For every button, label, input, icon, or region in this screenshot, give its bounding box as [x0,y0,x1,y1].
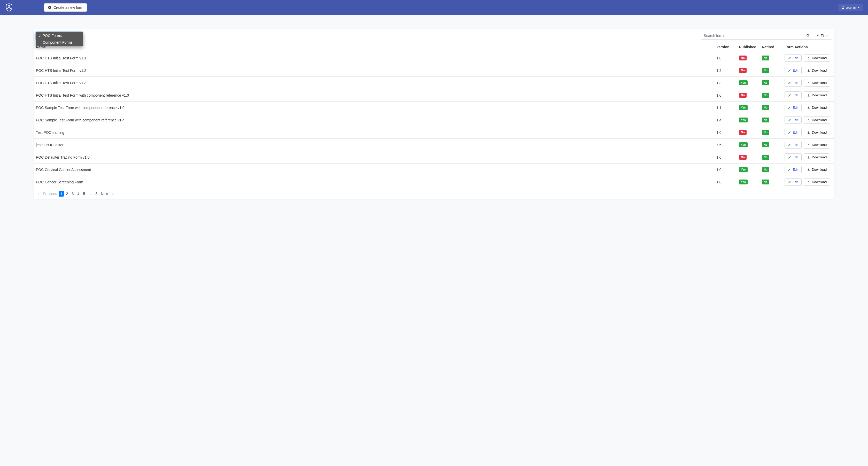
edit-button[interactable]: Edit [784,91,802,99]
svg-rect-14 [808,183,810,183]
download-button[interactable]: Download [804,79,830,87]
svg-rect-11 [808,146,810,146]
page-number[interactable]: 2 [64,191,69,196]
page-prev: Previous [41,191,58,196]
create-form-button[interactable]: Create a new form [44,3,87,11]
page-next[interactable]: Next [99,191,110,196]
cell-name: POC HTS Initial Test Form with component… [34,89,714,101]
cell-version: 1.0 [714,151,737,163]
published-badge: No [739,56,747,60]
page-ellipsis: … [87,191,93,196]
dropdown-item[interactable]: ✓Component Forms [36,39,83,46]
download-icon [807,168,810,171]
download-label: Download [812,106,827,110]
cell-version: 1.0 [714,176,737,188]
user-label: admin [846,5,856,9]
table-row: POC HTS Initial Test Form v1.31.3YesNoEd… [34,77,834,89]
download-icon [807,181,810,184]
edit-label: Edit [793,106,798,110]
edit-button[interactable]: Edit [784,79,802,87]
download-button[interactable]: Download [804,116,830,124]
download-icon [807,119,810,122]
cell-name: POC HTS Initial Test Form v1.1 [34,52,714,64]
filter-icon [816,34,819,37]
download-button[interactable]: Download [804,91,830,99]
user-menu[interactable]: admin [838,4,863,11]
pagination: «Previous12345…8Next» [34,188,834,199]
cell-version: 1.0 [714,52,737,64]
download-button[interactable]: Download [804,129,830,136]
page-number[interactable]: 5 [82,191,87,196]
download-button[interactable]: Download [804,178,830,186]
edit-button[interactable]: Edit [784,166,802,173]
download-icon [807,81,810,85]
dropdown-menu: ✓POC Forms✓Component Forms [36,32,83,46]
cell-version: 1.3 [714,77,737,89]
published-badge: No [739,68,747,73]
search-button[interactable] [803,32,813,39]
edit-label: Edit [793,118,798,122]
table-row: POC HTS Initial Test Form v1.11.0NoNoEdi… [34,52,834,64]
download-button[interactable]: Download [804,54,830,62]
edit-button[interactable]: Edit [784,153,802,161]
col-version: Version [714,42,737,52]
pencil-icon [788,131,791,134]
page-number[interactable]: 8 [94,191,99,196]
edit-label: Edit [793,155,798,159]
published-badge: No [739,93,747,98]
download-button[interactable]: Download [804,166,830,173]
download-icon [807,131,810,134]
download-label: Download [812,56,827,60]
cell-version: 1.0 [714,89,737,101]
cell-name: jester POC jester [34,139,714,151]
cell-name: POC Cervical Cancer Assessment [34,163,714,176]
download-label: Download [812,155,827,159]
pencil-icon [788,106,791,109]
download-button[interactable]: Download [804,141,830,149]
published-badge: Yes [739,80,748,85]
topbar: Create a new form admin [0,0,868,15]
edit-button[interactable]: Edit [784,178,802,186]
table-row: POC HTS Initial Test Form with component… [34,89,834,101]
retired-badge: No [762,155,769,160]
search-input[interactable] [701,32,803,39]
edit-label: Edit [793,130,798,134]
download-button[interactable]: Download [804,67,830,74]
published-badge: Yes [739,118,748,122]
download-icon [807,106,810,109]
filter-label: Filter [821,34,829,38]
page-number[interactable]: 4 [76,191,81,196]
app-logo[interactable] [5,3,13,12]
download-button[interactable]: Download [804,153,830,161]
edit-button[interactable]: Edit [784,67,802,74]
edit-label: Edit [793,93,798,97]
form-type-dropdown[interactable]: POC Forms ✓POC Forms✓Component Forms [36,32,83,39]
table-row: Test POC training1.0NoNoEditDownload [34,126,834,139]
cell-name: POC Sample Test Form with component refe… [34,114,714,126]
edit-button[interactable]: Edit [784,129,802,136]
svg-rect-13 [808,170,810,171]
download-label: Download [812,130,827,134]
retired-badge: No [762,68,769,73]
cell-version: 1.0 [714,126,737,139]
svg-point-2 [842,6,843,7]
download-label: Download [812,168,827,172]
page-last[interactable]: » [110,191,115,196]
published-badge: No [739,155,747,160]
published-badge: Yes [739,180,748,184]
edit-button[interactable]: Edit [784,104,802,111]
published-badge: Yes [739,142,748,147]
edit-button[interactable]: Edit [784,141,802,149]
page-number[interactable]: 1 [59,191,64,196]
filter-button[interactable]: Filter [813,32,832,39]
download-label: Download [812,118,827,122]
dropdown-item[interactable]: ✓POC Forms [36,32,83,39]
edit-button[interactable]: Edit [784,54,802,62]
svg-point-3 [807,34,809,36]
download-button[interactable]: Download [804,104,830,111]
cell-name: POC Defaulter Tracing Form v1.0 [34,151,714,163]
retired-badge: No [762,142,769,147]
page-number[interactable]: 3 [70,191,75,196]
edit-button[interactable]: Edit [784,116,802,124]
pencil-icon [788,168,791,171]
